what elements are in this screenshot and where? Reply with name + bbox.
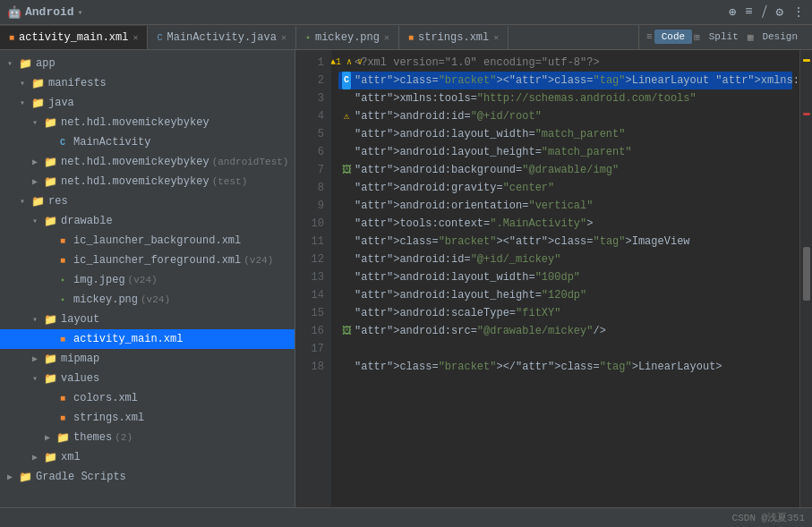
gutter-icon: ▲1 ∧ ∨ xyxy=(338,54,355,72)
tree-arrow-icon: ▶ xyxy=(32,452,43,463)
diff-icon[interactable]: ⧸ xyxy=(762,4,767,20)
sidebar-item[interactable]: ■activity_main.xml xyxy=(0,329,295,349)
sidebar-item[interactable]: ■ic_launcher_background.xml xyxy=(0,231,295,251)
sidebar-item[interactable]: ▶📁themes (2) xyxy=(0,428,295,447)
tab-close-icon[interactable]: ✕ xyxy=(493,32,499,43)
tree-item-name: ic_launcher_background.xml xyxy=(73,234,241,247)
code-text: <?xml version="1.0" encoding="utf-8"?> xyxy=(355,54,600,72)
design-icon: ▦ xyxy=(748,31,754,43)
sidebar-item[interactable]: ▾📁manifests xyxy=(0,73,295,93)
code-lines[interactable]: ▲1 ∧ ∨<?xml version="1.0" encoding="utf-… xyxy=(331,50,799,507)
view-design-button[interactable]: Design xyxy=(755,30,805,44)
sidebar-item[interactable]: ▶📁net.hdl.movemickeybykey (test) xyxy=(0,172,295,191)
tab-strings[interactable]: ■ strings.xml ✕ xyxy=(399,26,509,49)
tree-arrow-icon: ▾ xyxy=(20,196,30,207)
tree-item-icon: ■ xyxy=(56,391,70,405)
tab-close-icon[interactable]: ✕ xyxy=(132,32,138,43)
tab-label: strings.xml xyxy=(418,31,489,44)
tab-mainactivity[interactable]: C MainActivity.java ✕ xyxy=(148,26,295,49)
warning-marker-top xyxy=(803,59,810,62)
settings-icon[interactable]: ⚙ xyxy=(776,4,783,20)
add-icon[interactable]: ⊕ xyxy=(729,4,736,20)
sidebar-item[interactable]: CMainActivity xyxy=(0,132,295,152)
line-number: 2 xyxy=(295,72,324,89)
tree-item-suffix: (test) xyxy=(212,176,248,187)
main-content: ▾📁app▾📁manifests▾📁java▾📁net.hdl.movemick… xyxy=(0,50,812,507)
top-bar-icons: ⊕ ≡ ⧸ ⚙ ⋮ xyxy=(729,4,805,20)
tree-item-suffix: (androidTest) xyxy=(212,157,289,167)
tab-close-icon[interactable]: ✕ xyxy=(281,32,286,43)
code-line xyxy=(338,340,792,358)
code-line: "attr">android:scaleType="fitXY" xyxy=(338,304,792,322)
tree-arrow-icon: ▾ xyxy=(20,98,30,108)
tree-item-icon: 📁 xyxy=(30,194,45,208)
dropdown-arrow-icon[interactable]: ▾ xyxy=(78,7,83,18)
code-text: "attr">android:background="@drawable/img… xyxy=(355,161,619,179)
tree-item-icon: ■ xyxy=(56,332,70,346)
line-number: 15 xyxy=(295,304,324,322)
sidebar-item[interactable]: ▾📁java xyxy=(0,93,295,113)
sidebar-item[interactable]: ▪img.jpeg (v24) xyxy=(0,270,295,290)
gutter-icon: ⚠ xyxy=(338,107,355,125)
code-text: "attr">android:layout_height="120dp" xyxy=(355,286,586,304)
sidebar-item[interactable]: ▶📁Gradle Scripts xyxy=(0,467,295,487)
image-gutter-icon: 🖼 xyxy=(342,161,352,179)
code-text: "attr">android:id="@+id/root" xyxy=(355,107,542,125)
tree-item-name: java xyxy=(48,97,74,109)
tree-item-name: colors.xml xyxy=(73,392,138,404)
tree-item-name: MainActivity xyxy=(73,136,150,149)
sidebar-item[interactable]: ▾📁net.hdl.movemickeybykey xyxy=(0,113,295,132)
tree-item-icon: 📁 xyxy=(43,155,57,169)
tree-item-name: net.hdl.movemickeybykey xyxy=(61,156,209,168)
sidebar-item[interactable]: ■strings.xml xyxy=(0,408,295,428)
tab-close-icon[interactable]: ✕ xyxy=(384,32,389,43)
sidebar-item[interactable]: ▾📁drawable xyxy=(0,211,295,231)
tree-item-icon: C xyxy=(56,135,70,149)
java-icon: C xyxy=(157,33,162,43)
view-code-button[interactable]: Code xyxy=(654,30,692,44)
more-icon[interactable]: ⋮ xyxy=(792,4,805,20)
tree-item-name: manifests xyxy=(48,77,107,89)
sidebar-item[interactable]: ▾📁values xyxy=(0,369,295,388)
line-number: 18 xyxy=(295,358,324,376)
sidebar-item[interactable]: ▶📁net.hdl.movemickeybykey (androidTest) xyxy=(0,152,295,172)
scroll-thumb[interactable] xyxy=(803,247,810,301)
code-text: "attr">android:src="@drawable/mickey"/> xyxy=(355,322,606,340)
sidebar-item[interactable]: ▾📁app xyxy=(0,54,295,73)
gutter-icon: C xyxy=(338,72,355,89)
tab-activity-main[interactable]: ■ activity_main.xml ✕ xyxy=(0,26,148,49)
code-text: "attr">android:scaleType="fitXY" xyxy=(355,304,560,322)
tree-item-icon: 📁 xyxy=(43,312,57,327)
tab-label: activity_main.xml xyxy=(19,31,128,44)
sidebar-item[interactable]: ■colors.xml xyxy=(0,388,295,408)
tab-mickey[interactable]: ▪ mickey.png ✕ xyxy=(296,26,399,49)
code-line: "attr">android:layout_width="match_paren… xyxy=(338,125,792,143)
file-tree: ▾📁app▾📁manifests▾📁java▾📁net.hdl.movemick… xyxy=(0,50,295,507)
sidebar-item[interactable]: ▪mickey.png (v24) xyxy=(0,290,295,310)
sidebar-item[interactable]: ■ic_launcher_foreground.xml (v24) xyxy=(0,251,295,270)
top-bar: 🤖 Android ▾ ⊕ ≡ ⧸ ⚙ ⋮ xyxy=(0,0,812,25)
code-content: 123456789101112131415161718 ▲1 ∧ ∨<?xml … xyxy=(295,50,812,507)
line-number: 5 xyxy=(295,125,324,143)
tree-item-icon: ▪ xyxy=(56,273,70,287)
code-line: "attr">android:id="@+id/_mickey" xyxy=(338,251,792,268)
sidebar-item[interactable]: ▶📁xml xyxy=(0,447,295,467)
sidebar-item[interactable]: ▾📁layout xyxy=(0,310,295,329)
tree-item-icon: ■ xyxy=(56,411,70,425)
code-text: "attr">xmlns:tools="http://schemas.andro… xyxy=(355,89,697,107)
line-number: 4 xyxy=(295,107,324,125)
code-text: "attr">tools:context=".MainActivity"> xyxy=(355,215,593,233)
code-text: "attr">android:id="@+id/_mickey" xyxy=(355,251,560,268)
code-line: ▲1 ∧ ∨<?xml version="1.0" encoding="utf-… xyxy=(338,54,792,72)
tab-label: MainActivity.java xyxy=(167,31,276,44)
sidebar-item[interactable]: ▾📁res xyxy=(0,191,295,211)
code-line: "attr">android:layout_height="match_pare… xyxy=(338,143,792,161)
sidebar-item[interactable]: ▶📁mipmap xyxy=(0,349,295,369)
list-icon[interactable]: ≡ xyxy=(745,4,752,20)
tree-item-icon: ▪ xyxy=(56,293,70,307)
title-label: Android xyxy=(25,5,74,19)
warning-icon: ⚠ xyxy=(344,107,350,125)
code-line: ⚠ "attr">android:id="@+id/root" xyxy=(338,107,792,125)
view-split-button[interactable]: Split xyxy=(702,30,746,44)
tree-item-icon: 📁 xyxy=(30,96,45,110)
